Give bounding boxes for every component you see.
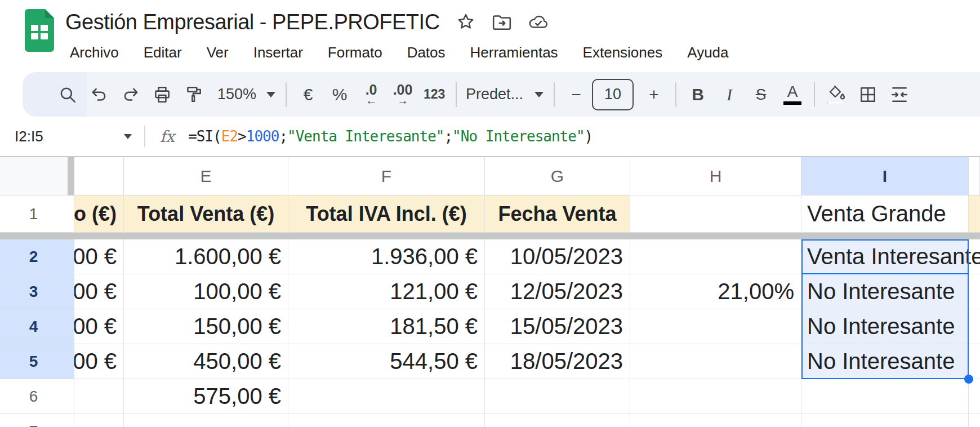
star-icon[interactable] [456, 12, 476, 32]
cell-D5[interactable]: 00 € [74, 344, 124, 379]
cell-E3[interactable]: 100,00 € [124, 274, 288, 309]
cell-G4[interactable]: 15/05/2023 [485, 309, 630, 344]
cell-I7[interactable] [801, 414, 969, 427]
cell-G1[interactable]: Fecha Venta [485, 195, 630, 233]
cell-D3[interactable]: 00 € [74, 274, 124, 309]
cell-I1[interactable]: Venta Grande [801, 195, 969, 233]
cell-D7[interactable] [74, 414, 124, 427]
cell-H5[interactable] [630, 344, 801, 379]
cell-E1[interactable]: Total Venta (€) [124, 195, 288, 233]
row-header-5[interactable]: 5 [0, 344, 74, 379]
column-header-D[interactable] [74, 157, 124, 195]
row-header-3[interactable]: 3 [0, 274, 74, 309]
borders-button[interactable] [852, 79, 884, 110]
menu-formato[interactable]: Formato [328, 44, 382, 61]
document-title[interactable]: Gestión Empresarial - PEPE.PROFETIC [65, 10, 440, 34]
menu-ayuda[interactable]: Ayuda [687, 44, 728, 61]
cell-J7[interactable] [969, 414, 980, 427]
font-size-input[interactable]: 10 [592, 79, 634, 110]
fill-color-button[interactable] [821, 79, 852, 110]
move-folder-icon[interactable] [492, 12, 512, 32]
increase-font-size-button[interactable]: + [638, 79, 670, 110]
frozen-row-divider[interactable] [0, 233, 980, 239]
select-all-corner[interactable] [0, 157, 74, 195]
cell-D1[interactable]: o (€) [74, 195, 124, 233]
row-header-1[interactable]: 1 [0, 195, 74, 233]
search-icon[interactable] [52, 79, 83, 110]
column-header-I[interactable]: I [801, 157, 969, 195]
cloud-check-icon[interactable] [528, 12, 548, 32]
bold-button[interactable]: B [682, 79, 714, 110]
decrease-font-size-button[interactable]: − [560, 79, 592, 110]
zoom-control[interactable]: 150% [217, 86, 275, 103]
font-family-select[interactable]: Predet... [466, 86, 545, 103]
cell-F3[interactable]: 121,00 € [288, 274, 485, 309]
menu-archivo[interactable]: Archivo [70, 44, 119, 61]
cell-G5[interactable]: 18/05/2023 [485, 344, 630, 379]
menu-herramientas[interactable]: Herramientas [470, 44, 558, 61]
cell-I5[interactable]: No Interesante [801, 344, 969, 379]
formula-input[interactable]: =SI(E2>1000;"Venta Interesante";"No Inte… [188, 128, 593, 145]
more-formats-button[interactable]: 123 [418, 79, 450, 110]
menu-editar[interactable]: Editar [144, 44, 182, 61]
cell-F2[interactable]: 1.936,00 € [288, 239, 485, 274]
cell-H1[interactable] [630, 195, 801, 233]
cell-G2[interactable]: 10/05/2023 [485, 239, 630, 274]
cell-J3[interactable] [969, 274, 980, 309]
cell-D4[interactable]: 00 € [74, 309, 124, 344]
row-header-6[interactable]: 6 [0, 379, 74, 414]
row-header-2[interactable]: 2 [0, 239, 74, 274]
cell-H6[interactable] [630, 379, 801, 414]
cell-H3[interactable]: 21,00% [630, 274, 801, 309]
text-color-button[interactable]: A [777, 79, 808, 110]
cell-E6[interactable]: 575,00 € [124, 379, 288, 414]
column-header-E[interactable]: E [124, 157, 288, 195]
selection-fill-handle[interactable] [964, 375, 973, 384]
format-currency-button[interactable]: € [292, 79, 324, 110]
cell-D2[interactable]: 00 € [74, 239, 124, 274]
column-header-H[interactable]: H [630, 157, 801, 195]
cell-G3[interactable]: 12/05/2023 [485, 274, 630, 309]
redo-icon[interactable] [115, 79, 146, 110]
cell-F6[interactable] [288, 379, 485, 414]
cell-J4[interactable] [969, 309, 980, 344]
cell-D6[interactable] [74, 379, 124, 414]
menu-datos[interactable]: Datos [407, 44, 446, 61]
increase-decimals-button[interactable]: .00 → [387, 79, 418, 110]
merge-cells-button[interactable] [884, 79, 915, 110]
cell-I3[interactable]: No Interesante [801, 274, 969, 309]
strikethrough-button[interactable]: S [745, 79, 777, 110]
column-header-G[interactable]: G [485, 157, 630, 195]
cell-H2[interactable] [630, 239, 801, 274]
print-icon[interactable] [146, 79, 178, 110]
cell-H4[interactable] [630, 309, 801, 344]
cell-E7[interactable] [124, 414, 288, 427]
row-header-7[interactable]: 7 [0, 414, 74, 427]
menu-insertar[interactable]: Insertar [253, 44, 303, 61]
decrease-decimals-button[interactable]: .0 ← [355, 79, 387, 110]
sheets-logo-icon[interactable] [25, 9, 54, 52]
undo-icon[interactable] [83, 79, 115, 110]
cell-E4[interactable]: 150,00 € [124, 309, 288, 344]
menu-ver[interactable]: Ver [207, 44, 229, 61]
cell-J1[interactable] [969, 195, 980, 233]
row-header-4[interactable]: 4 [0, 309, 74, 344]
paint-format-icon[interactable] [178, 79, 210, 110]
cell-I4[interactable]: No Interesante [801, 309, 969, 344]
column-header-J[interactable] [969, 157, 980, 195]
cell-J5[interactable] [969, 344, 980, 379]
cell-E5[interactable]: 450,00 € [124, 344, 288, 379]
cell-I6[interactable] [801, 379, 969, 414]
cell-F4[interactable]: 181,50 € [288, 309, 485, 344]
cell-J6[interactable] [969, 379, 980, 414]
format-percent-button[interactable]: % [324, 79, 355, 110]
cell-F1[interactable]: Total IVA Incl. (€) [288, 195, 485, 233]
cell-G7[interactable] [485, 414, 630, 427]
name-box[interactable]: I2:I5 [0, 128, 144, 145]
menu-extensiones[interactable]: Extensiones [583, 44, 663, 61]
freeze-column-handle[interactable] [68, 157, 74, 195]
cell-F7[interactable] [288, 414, 485, 427]
italic-button[interactable]: I [714, 79, 745, 110]
cell-E2[interactable]: 1.600,00 € [124, 239, 288, 274]
cell-G6[interactable] [485, 379, 630, 414]
